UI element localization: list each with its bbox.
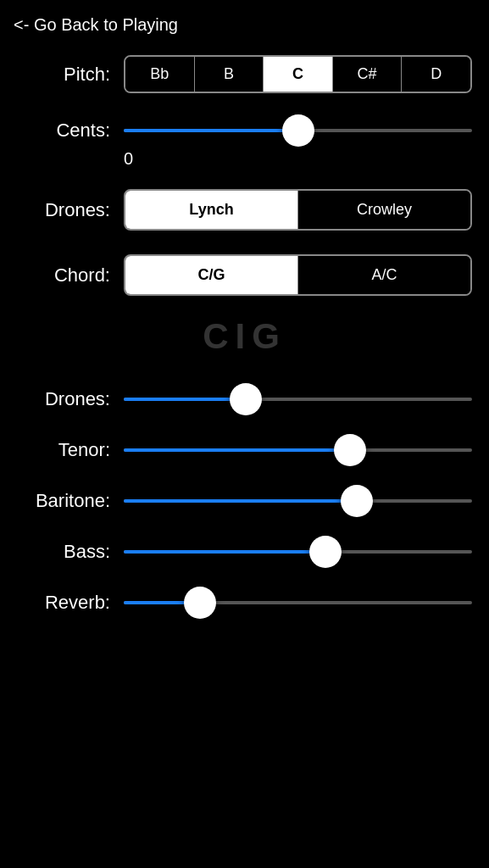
bass-track-fill bbox=[124, 550, 325, 554]
drones-label: Drones: bbox=[17, 199, 110, 221]
watermark: CIG bbox=[0, 308, 489, 374]
bass-slider-container bbox=[124, 535, 472, 569]
cents-section: Cents: 0 bbox=[0, 105, 489, 177]
chord-option-cg[interactable]: C/G bbox=[125, 256, 298, 294]
drones-toggle[interactable]: LynchCrowley bbox=[124, 189, 472, 231]
drones-slider-section: Drones: bbox=[0, 374, 489, 425]
bass-section: Bass: bbox=[0, 526, 489, 577]
reverb-thumb[interactable] bbox=[184, 587, 216, 619]
baritone-section: Baritone: bbox=[0, 476, 489, 526]
tenor-track-fill bbox=[124, 448, 350, 452]
pitch-section: Pitch: BbBCC#D bbox=[0, 43, 489, 105]
reverb-label: Reverb: bbox=[17, 592, 110, 614]
drones-slider-container bbox=[124, 382, 472, 416]
drones-track-fill bbox=[124, 398, 246, 401]
pitch-segmented-control[interactable]: BbBCC#D bbox=[124, 55, 472, 93]
pitch-option-d[interactable]: D bbox=[402, 57, 470, 92]
bass-label: Bass: bbox=[17, 541, 110, 563]
tenor-section: Tenor: bbox=[0, 425, 489, 476]
pitch-option-c[interactable]: C bbox=[264, 57, 333, 92]
pitch-label: Pitch: bbox=[17, 64, 110, 86]
tenor-thumb[interactable] bbox=[334, 434, 366, 466]
cents-label: Cents: bbox=[17, 120, 110, 142]
reverb-slider-container bbox=[124, 586, 472, 620]
cents-thumb[interactable] bbox=[282, 114, 314, 147]
cents-slider-container bbox=[124, 114, 472, 147]
tenor-slider-container bbox=[124, 433, 472, 467]
chord-toggle[interactable]: C/GA/C bbox=[124, 254, 472, 296]
back-button[interactable]: <- Go Back to Playing bbox=[0, 0, 192, 43]
baritone-thumb[interactable] bbox=[341, 485, 373, 517]
drones-option-lynch[interactable]: Lynch bbox=[125, 191, 298, 229]
pitch-option-b[interactable]: B bbox=[195, 57, 264, 92]
reverb-section: Reverb: bbox=[0, 577, 489, 628]
baritone-label: Baritone: bbox=[17, 490, 110, 512]
pitch-option-csharp[interactable]: C# bbox=[333, 57, 403, 92]
cents-track-fill bbox=[124, 129, 298, 132]
baritone-track-fill bbox=[124, 499, 357, 503]
cents-value: 0 bbox=[124, 149, 217, 169]
chord-section: Chord: C/GA/C bbox=[0, 242, 489, 308]
drones-slider-label: Drones: bbox=[17, 388, 110, 410]
chord-option-ac[interactable]: A/C bbox=[298, 256, 470, 294]
tenor-label: Tenor: bbox=[17, 439, 110, 461]
drones-option-crowley[interactable]: Crowley bbox=[298, 191, 470, 229]
drones-section: Drones: LynchCrowley bbox=[0, 177, 489, 242]
bass-thumb[interactable] bbox=[309, 536, 342, 568]
pitch-option-bb[interactable]: Bb bbox=[125, 57, 195, 92]
drones-thumb[interactable] bbox=[230, 383, 262, 415]
baritone-slider-container bbox=[124, 484, 472, 518]
chord-label: Chord: bbox=[17, 264, 110, 287]
